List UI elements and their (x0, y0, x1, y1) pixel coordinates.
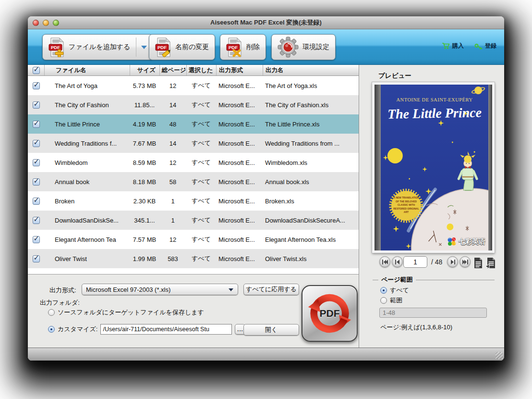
page-total-label: / 48 (431, 258, 442, 266)
cell-format: Microsoft E... (216, 159, 263, 166)
page-navigation: / 48 (359, 256, 504, 269)
range-input[interactable] (379, 308, 487, 318)
cell-name: The City of Fashion (44, 101, 130, 109)
previous-page-button[interactable] (392, 256, 403, 267)
open-folder-button[interactable]: 開く (243, 324, 299, 336)
table-row[interactable]: ✓Oliver Twist1.99 MB583すべてMicrosoft E...… (28, 249, 359, 268)
table-row[interactable]: ✓Annual book8.18 MB58すべてMicrosoft E...An… (28, 172, 359, 191)
page-import-button[interactable] (485, 257, 496, 269)
logo-palette-icon (447, 237, 457, 247)
row-checkbox[interactable]: ✓ (33, 255, 40, 262)
convert-button-label: PDF (320, 308, 340, 319)
apply-all-button[interactable]: すべてに応用する (243, 284, 299, 295)
cell-pages: 1 (159, 198, 186, 205)
table-row[interactable]: ✓The Art of Yoga5.73 MB12すべてMicrosoft E.… (28, 76, 359, 95)
table-header-row: ✓ ファイル名 サイズ 総ページ 選択した 出力形式 出力名 (28, 65, 359, 76)
key-icon (474, 43, 483, 50)
header-total-pages[interactable]: 総ページ (159, 65, 186, 75)
table-row[interactable]: ✓Wimbledom8.59 MB12すべてMicrosoft E...Wimb… (28, 153, 359, 172)
cell-pages: 14 (159, 140, 186, 147)
row-checkbox[interactable]: ✓ (33, 236, 40, 243)
cell-output: The City of Fashion.xls (263, 101, 359, 109)
header-output-format[interactable]: 出力形式 (216, 65, 263, 75)
page-edge-left (375, 85, 381, 250)
cell-selected: すべて (186, 158, 216, 167)
save-to-source-option[interactable]: ソースフォルダにターゲットファイルを保存します (48, 308, 204, 317)
header-output-name[interactable]: 出力名 (263, 65, 359, 75)
cell-output: Wedding Traditions from ... (263, 140, 359, 147)
custom-path-input[interactable] (100, 324, 232, 335)
file-list: ✓The Art of Yoga5.73 MB12すべてMicrosoft E.… (28, 76, 359, 274)
cell-output: Annual book.xls (263, 178, 359, 186)
register-link[interactable]: 登録 (474, 42, 496, 50)
output-settings: 出力形式: Microsoft Excel 97-2003 (*.xls) すべ… (28, 274, 359, 348)
table-row[interactable]: ✓Wedding Traditions f...7.67 MB14すべてMicr… (28, 134, 359, 153)
last-page-button[interactable] (459, 256, 471, 267)
cell-name: DownloadSanDiskSe... (44, 217, 130, 224)
cell-output: The Little Prince.xls (263, 121, 359, 128)
current-page-input[interactable] (403, 256, 427, 268)
cell-size: 7.67 MB (130, 140, 159, 147)
cell-name: Wedding Traditions f... (44, 140, 130, 147)
header-selected-pages[interactable]: 選択した (186, 65, 216, 75)
page-range-title: ページ範囲 (381, 275, 413, 284)
delete-button[interactable]: PDF 削除 (220, 34, 266, 60)
header-file-name[interactable]: ファイル名 (44, 65, 130, 75)
row-checkbox[interactable]: ✓ (33, 159, 40, 166)
first-page-icon (382, 260, 388, 264)
cell-name: The Art of Yoga (44, 82, 130, 89)
page-list-button[interactable] (473, 257, 484, 269)
close-button[interactable] (33, 20, 39, 26)
range-custom-radio[interactable] (380, 297, 387, 304)
row-checkbox[interactable]: ✓ (33, 101, 40, 109)
main-content: ✓ ファイル名 サイズ 総ページ 選択した 出力形式 出力名 ✓The Art … (28, 65, 504, 348)
range-custom-option[interactable]: 範囲 (380, 296, 402, 305)
next-page-button[interactable] (447, 256, 458, 267)
maximize-button[interactable] (53, 20, 59, 26)
source-folder-radio[interactable] (48, 309, 55, 316)
cell-output: The Art of Yoga.xls (263, 82, 359, 89)
row-checkbox[interactable]: ✓ (33, 198, 40, 205)
row-checkbox[interactable]: ✓ (33, 178, 40, 186)
range-all-option[interactable]: すべて (380, 286, 409, 295)
cell-format: Microsoft E... (216, 255, 263, 262)
add-files-dropdown-arrow[interactable] (141, 46, 147, 49)
table-row[interactable]: ✓DownloadSanDiskSe...345.1...1すべてMicroso… (28, 211, 359, 230)
first-page-button[interactable] (379, 256, 390, 267)
svg-text:PDF: PDF (157, 45, 167, 50)
row-checkbox[interactable]: ✓ (33, 82, 40, 89)
cell-format: Microsoft E... (216, 198, 263, 205)
purchase-link[interactable]: 購入 (442, 42, 464, 50)
output-format-select[interactable]: Microsoft Excel 97-2003 (*.xls) (82, 284, 238, 295)
customize-radio[interactable] (48, 326, 55, 333)
cell-name: Oliver Twist (44, 255, 130, 262)
cell-selected: すべて (186, 235, 216, 244)
gear-icon (278, 37, 299, 58)
cart-icon (442, 42, 450, 50)
row-checkbox[interactable]: ✓ (33, 121, 40, 128)
row-checkbox[interactable]: ✓ (33, 140, 40, 147)
row-checkbox-cell: ✓ (28, 198, 44, 205)
table-row[interactable]: ✓The City of Fashion11.85...14すべてMicroso… (28, 95, 359, 114)
cell-selected: すべて (186, 177, 216, 186)
table-row[interactable]: ✓Elegant Afternoon Tea7.57 MB12すべてMicros… (28, 230, 359, 249)
row-checkbox[interactable]: ✓ (33, 217, 40, 224)
select-all-checkbox[interactable]: ✓ (33, 67, 40, 74)
rename-button[interactable]: PDF 名前の変更 (149, 34, 215, 60)
minimize-button[interactable] (43, 20, 49, 26)
preferences-button[interactable]: 環境設定 (271, 34, 336, 60)
cell-pages: 14 (159, 101, 186, 109)
title-bar[interactable]: Aiseesoft Mac PDF Excel 変換(未登録) (28, 16, 504, 29)
convert-button[interactable]: PDF (302, 285, 358, 342)
add-files-label: ファイルを追加する (69, 43, 130, 51)
table-row[interactable]: ✓Broken2.30 KB1すべてMicrosoft E...Broken.x… (28, 191, 359, 211)
resize-grip[interactable] (496, 352, 503, 359)
header-size[interactable]: サイズ (130, 65, 159, 75)
cell-name: Annual book (44, 178, 130, 186)
add-files-button[interactable]: PDF ファイルを追加する (42, 34, 153, 60)
cell-size: 8.18 MB (130, 178, 159, 186)
range-all-radio[interactable] (380, 287, 387, 294)
cover-logo: 七彩英语 (447, 237, 485, 247)
table-row[interactable]: ✓The Little Prince4.19 MB48すべてMicrosoft … (28, 114, 359, 134)
customize-option[interactable]: カスタマイズ: ... (48, 324, 245, 335)
